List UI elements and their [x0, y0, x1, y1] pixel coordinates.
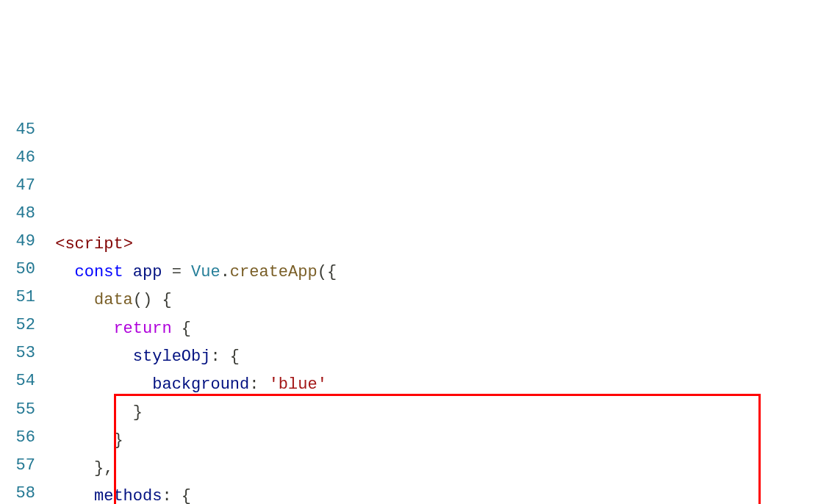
token-punc: }, [94, 459, 113, 478]
token-str: 'blue' [269, 375, 327, 394]
code-line[interactable]: background: 'blue' [46, 370, 818, 398]
token-punc: : [210, 348, 220, 366]
token-punc: : [162, 487, 171, 504]
line-number: 55 [0, 395, 35, 423]
token-punc: } [133, 403, 143, 422]
token-whitespace [123, 263, 133, 281]
token-tag: script [65, 235, 123, 253]
line-number: 56 [0, 423, 35, 451]
line-number: 50 [0, 255, 35, 283]
token-tag: > [123, 235, 133, 253]
token-whitespace [172, 487, 182, 504]
code-line[interactable]: }, [46, 454, 818, 482]
token-var: app [133, 263, 162, 281]
code-line[interactable]: methods: { [46, 482, 818, 504]
token-whitespace [152, 291, 162, 309]
code-line[interactable]: <script> [46, 230, 818, 258]
token-tag: < [55, 235, 65, 253]
code-area[interactable]: I <script> const app = Vue.createApp({ d… [46, 115, 818, 504]
line-number: 45 [0, 115, 35, 143]
token-whitespace [220, 348, 230, 366]
token-punc: . [220, 263, 230, 281]
token-kw: const [75, 263, 123, 281]
token-punc: { [182, 487, 191, 504]
token-func: data [94, 291, 133, 309]
token-prop: methods [94, 487, 162, 504]
token-whitespace [46, 348, 133, 366]
code-editor[interactable]: 454647484950515253545556575859606162 I <… [0, 115, 818, 504]
token-whitespace [46, 403, 133, 422]
line-number: 48 [0, 199, 35, 227]
token-func: createApp [230, 263, 317, 281]
token-punc: { [182, 320, 191, 338]
token-punc: () [133, 291, 152, 309]
token-whitespace [46, 431, 113, 450]
line-number: 53 [0, 339, 35, 367]
token-whitespace [182, 263, 191, 281]
code-line[interactable]: } [46, 398, 818, 426]
token-punc: { [162, 291, 171, 309]
line-number: 58 [0, 479, 35, 504]
token-punc: { [327, 263, 337, 281]
token-prop: background [152, 375, 249, 394]
token-kw2: return [113, 320, 171, 338]
token-punc: ( [317, 263, 327, 281]
token-whitespace [46, 263, 75, 281]
token-punc: } [113, 431, 123, 450]
token-whitespace [46, 320, 113, 338]
token-op: = [172, 263, 182, 281]
token-whitespace [46, 487, 94, 504]
token-whitespace [46, 459, 94, 478]
code-line[interactable]: data() { [46, 286, 818, 314]
token-prop: styleObj [133, 348, 211, 366]
token-whitespace [46, 235, 55, 253]
token-whitespace [46, 291, 94, 309]
token-whitespace [46, 375, 152, 394]
line-number: 57 [0, 451, 35, 479]
token-whitespace [162, 263, 171, 281]
code-line[interactable]: const app = Vue.createApp({ [46, 258, 818, 286]
code-line[interactable]: } [46, 426, 818, 454]
line-number: 47 [0, 171, 35, 199]
token-whitespace [259, 375, 268, 394]
token-punc: : [249, 375, 259, 394]
token-punc: { [230, 348, 240, 366]
line-number: 49 [0, 227, 35, 255]
line-number: 46 [0, 143, 35, 171]
line-number-gutter: 454647484950515253545556575859606162 [0, 115, 46, 504]
line-number: 52 [0, 311, 35, 339]
token-whitespace [172, 320, 182, 338]
code-line[interactable]: styleObj: { [46, 342, 818, 370]
code-line[interactable]: return { [46, 314, 818, 342]
token-obj: Vue [191, 263, 220, 281]
line-number: 51 [0, 283, 35, 311]
line-number: 54 [0, 367, 35, 395]
